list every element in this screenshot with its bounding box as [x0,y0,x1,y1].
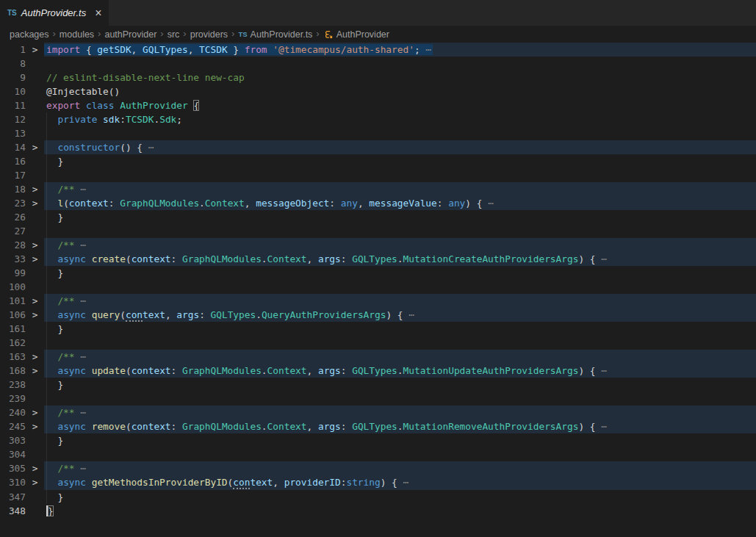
code-line[interactable]: 8 [0,57,756,71]
code-token: query [92,309,120,320]
code-line[interactable]: 304 [0,447,756,461]
code-content[interactable] [44,447,756,461]
code-content[interactable] [44,280,756,294]
code-line[interactable]: 27 [0,224,756,238]
code-content[interactable] [44,57,756,71]
fold-chevron-icon[interactable]: > [26,475,44,489]
code-line[interactable]: 101> /** ⋯ [0,294,756,308]
code-content[interactable] [44,126,756,140]
gutter: 11 [0,98,44,112]
code-line[interactable]: 239 [0,392,756,406]
code-content[interactable]: export class AuthProvider { [44,98,756,112]
code-content[interactable] [44,336,756,350]
code-line[interactable]: 100 [0,280,756,294]
fold-chevron-icon[interactable]: > [26,294,44,308]
breadcrumb-item-packages[interactable]: packages [10,29,49,40]
code-line[interactable]: 23> l(context: GraphQLModules.Context, m… [0,196,756,210]
code-line[interactable]: 12 private sdk:TCSDK.Sdk; [0,112,756,126]
code-line[interactable]: 106> async query(context, args: GQLTypes… [0,308,756,322]
code-content[interactable]: constructor() { ⋯ [44,140,756,154]
code-token: con [126,309,143,322]
code-content[interactable]: } [44,154,756,168]
code-line[interactable]: 161 } [0,322,756,336]
code-content[interactable] [44,392,756,406]
code-line[interactable]: 245> async remove(context: GraphQLModule… [0,419,756,433]
code-token: ( [126,421,132,432]
code-line[interactable]: 168> async update(context: GraphQLModule… [0,364,756,378]
code-line[interactable]: 310> async getMethodsInProviderByID(cont… [0,475,756,489]
code-line[interactable]: 348} [0,504,756,518]
code-line[interactable]: 17 [0,168,756,182]
code-content[interactable]: // eslint-disable-next-line new-cap [44,71,756,84]
fold-chevron-icon[interactable]: > [26,461,44,475]
code-content[interactable]: async create(context: GraphQLModules.Con… [44,252,756,266]
code-content[interactable]: private sdk:TCSDK.Sdk; [44,112,756,126]
code-line[interactable]: 1>import { getSDK, GQLTypes, TCSDK } fro… [0,43,756,57]
close-icon[interactable]: × [95,7,101,19]
code-line[interactable]: 9// eslint-disable-next-line new-cap [0,71,756,84]
code-line[interactable]: 13 [0,126,756,140]
code-line[interactable]: 99 } [0,266,756,280]
tab-authprovider[interactable]: TS AuthProvider.ts × [0,0,109,26]
code-content[interactable] [44,168,756,182]
code-content[interactable]: /** ⋯ [44,406,756,419]
code-content[interactable]: /** ⋯ [44,294,756,308]
code-line[interactable]: 305> /** ⋯ [0,461,756,475]
fold-chevron-icon[interactable]: > [26,419,44,433]
code-line[interactable]: 162 [0,336,756,350]
code-line[interactable]: 14> constructor() { ⋯ [0,140,756,154]
breadcrumb-item-modules[interactable]: modules [60,29,94,40]
breadcrumb-item-authprovider[interactable]: authProvider [104,29,156,40]
code-line[interactable]: 240> /** ⋯ [0,406,756,419]
code-content[interactable]: } [44,266,756,280]
code-content[interactable]: /** ⋯ [44,182,756,196]
code-line[interactable]: 28> /** ⋯ [0,238,756,252]
fold-chevron-icon[interactable]: > [26,196,44,210]
code-token: . [397,365,403,376]
code-token: export [46,100,80,111]
code-line[interactable]: 26 } [0,210,756,224]
code-line[interactable]: 11export class AuthProvider { [0,98,756,112]
code-line[interactable]: 33> async create(context: GraphQLModules… [0,252,756,266]
fold-chevron-icon[interactable]: > [26,406,44,419]
code-content[interactable]: async remove(context: GraphQLModules.Con… [44,419,756,433]
code-content[interactable]: /** ⋯ [44,238,756,252]
line-number: 18 [0,182,26,196]
code-line[interactable]: 347 } [0,490,756,504]
code-content[interactable]: l(context: GraphQLModules.Context, messa… [44,196,756,210]
code-line[interactable]: 238 } [0,378,756,392]
fold-chevron-icon[interactable]: > [26,308,44,322]
breadcrumb-item-authprovider[interactable]: AuthProvider [323,29,389,40]
fold-chevron-icon[interactable]: > [26,252,44,266]
fold-chevron-icon[interactable]: > [26,238,44,252]
fold-chevron-icon[interactable]: > [26,350,44,364]
code-content[interactable]: async getMethodsInProviderByID(context, … [44,475,756,489]
code-content[interactable]: } [44,504,756,518]
code-content[interactable]: async query(context, args: GQLTypes.Quer… [44,308,756,322]
code-token: async [57,365,86,376]
code-content[interactable]: } [44,322,756,336]
code-content[interactable]: } [44,378,756,392]
code-content[interactable]: import { getSDK, GQLTypes, TCSDK } from … [44,43,756,57]
fold-chevron-icon[interactable]: > [26,364,44,378]
fold-chevron-icon[interactable]: > [26,182,44,196]
code-line[interactable]: 163> /** ⋯ [0,350,756,364]
indent-guide [46,406,47,419]
breadcrumb-item-src[interactable]: src [168,29,180,40]
breadcrumb-item-authprovider-ts[interactable]: TSAuthProvider.ts [238,29,312,40]
code-content[interactable]: @Injectable() [44,84,756,98]
breadcrumb-item-providers[interactable]: providers [190,29,228,40]
code-content[interactable]: } [44,210,756,224]
code-content[interactable]: /** ⋯ [44,461,756,475]
code-content[interactable]: } [44,490,756,504]
fold-chevron-icon[interactable]: > [26,43,44,57]
code-content[interactable] [44,224,756,238]
code-line[interactable]: 18> /** ⋯ [0,182,756,196]
code-content[interactable]: } [44,433,756,447]
code-line[interactable]: 16 } [0,154,756,168]
code-line[interactable]: 303 } [0,433,756,447]
fold-chevron-icon[interactable]: > [26,140,44,154]
code-content[interactable]: async update(context: GraphQLModules.Con… [44,364,756,378]
code-line[interactable]: 10@Injectable() [0,84,756,98]
code-content[interactable]: /** ⋯ [44,350,756,364]
